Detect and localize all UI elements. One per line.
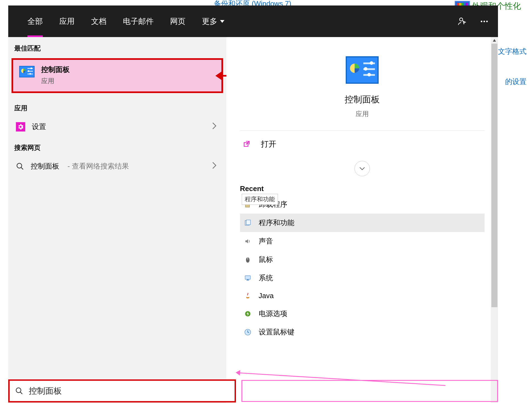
scroll-up-icon[interactable] [491, 37, 498, 44]
svg-point-7 [30, 68, 32, 69]
svg-point-1 [481, 21, 482, 22]
bg-link-text-format: 文字格式 [498, 47, 527, 56]
control-panel-icon [19, 66, 35, 77]
svg-point-16 [370, 61, 373, 65]
chevron-right-icon [212, 161, 217, 171]
recent-header: Recent [240, 184, 485, 193]
tooltip: 程序和功能 [242, 194, 278, 205]
recent-item-label: Java [259, 292, 274, 300]
expand-actions-button[interactable] [354, 161, 370, 176]
result-settings-app[interactable]: 设置 [8, 117, 226, 136]
action-open-label: 打开 [261, 139, 276, 149]
best-match-title: 控制面板 [41, 65, 70, 74]
recent-item[interactable]: Java [240, 287, 485, 304]
bg-link-settings: 的设置 [505, 77, 527, 86]
settings-icon [16, 122, 25, 131]
svg-point-9 [28, 70, 29, 72]
search-icon [16, 162, 24, 170]
tab-more[interactable]: 更多 [194, 5, 233, 37]
svg-rect-6 [27, 68, 33, 69]
chevron-right-icon [212, 122, 217, 131]
mousekeys-icon [244, 328, 252, 336]
recent-item[interactable]: 电源选项 [240, 304, 485, 323]
result-web-search[interactable]: 控制面板 - 查看网络搜索结果 [8, 156, 226, 176]
recent-item-label: 程序和功能 [259, 218, 294, 228]
svg-point-2 [483, 21, 485, 22]
svg-point-12 [17, 163, 22, 168]
section-apps: 应用 [8, 97, 226, 117]
recent-item[interactable]: 鼠标 [240, 250, 485, 269]
svg-rect-15 [363, 63, 375, 64]
svg-point-0 [460, 18, 463, 21]
preview-app-icon [346, 56, 379, 84]
open-external-icon [243, 140, 251, 148]
recent-item-label: 设置鼠标键 [259, 327, 294, 337]
svg-rect-30 [247, 279, 249, 280]
feedback-icon[interactable] [457, 16, 468, 27]
power-icon [244, 310, 252, 318]
svg-point-18 [364, 67, 367, 71]
tab-email[interactable]: 电子邮件 [115, 5, 162, 37]
taskbar-search-row: 控制面板 [8, 379, 498, 403]
recent-item-label: 鼠标 [259, 255, 273, 264]
svg-rect-26 [246, 220, 250, 225]
result-settings-label: 设置 [32, 122, 46, 131]
scrollbar[interactable] [491, 37, 498, 403]
system-icon [244, 274, 252, 282]
recent-item[interactable]: 程序和功能 [240, 214, 485, 232]
best-match-subtitle: 应用 [41, 77, 70, 85]
tab-all[interactable]: 全部 [19, 5, 51, 37]
web-result-suffix: - 查看网络搜索结果 [67, 161, 129, 171]
svg-rect-31 [246, 280, 249, 280]
action-open[interactable]: 打开 [240, 131, 485, 158]
search-filter-tabs: 全部 应用 文档 电子邮件 网页 更多 [8, 5, 498, 37]
scrollbar-thumb[interactable] [491, 44, 497, 307]
svg-point-20 [367, 73, 371, 77]
options-icon[interactable] [479, 16, 490, 27]
results-pane: 最佳匹配 控制面板 应用 应用 设置 搜索网页 [8, 37, 226, 403]
annotation-arrow-red [221, 75, 226, 77]
recent-item[interactable]: 设置鼠标键 [240, 323, 485, 341]
tab-documents[interactable]: 文档 [83, 5, 115, 37]
section-web: 搜索网页 [8, 136, 226, 156]
svg-point-3 [486, 21, 488, 22]
mouse-icon [244, 256, 252, 264]
svg-point-34 [16, 388, 21, 393]
web-result-term: 控制面板 [31, 161, 59, 171]
programs-icon [244, 219, 252, 227]
recent-item[interactable]: 系统 [240, 269, 485, 287]
sound-icon [244, 237, 252, 245]
preview-pane: 控制面板 应用 打开 Recent 程序和功能 卸载程序程序和功能声音鼠标系统J… [226, 37, 498, 403]
svg-point-11 [29, 73, 31, 75]
recent-item-label: 声音 [259, 236, 273, 246]
preview-title: 控制面板 [345, 94, 380, 106]
annotation-box-pink [241, 380, 498, 402]
search-input[interactable]: 控制面板 [8, 379, 236, 402]
search-icon [15, 387, 23, 395]
best-match-result[interactable]: 控制面板 应用 [12, 58, 223, 93]
java-icon [244, 292, 252, 300]
tab-apps[interactable]: 应用 [51, 5, 83, 37]
search-query-text: 控制面板 [29, 385, 62, 397]
tab-web[interactable]: 网页 [162, 5, 194, 37]
recent-item-label: 系统 [259, 273, 273, 283]
search-flyout: 全部 应用 文档 电子邮件 网页 更多 最佳匹配 控制面板 应用 [8, 5, 498, 403]
recent-item-label: 电源选项 [259, 309, 287, 318]
preview-subtitle: 应用 [356, 110, 369, 118]
section-best-match: 最佳匹配 [8, 37, 226, 57]
recent-item[interactable]: 声音 [240, 232, 485, 250]
svg-rect-29 [245, 276, 250, 279]
